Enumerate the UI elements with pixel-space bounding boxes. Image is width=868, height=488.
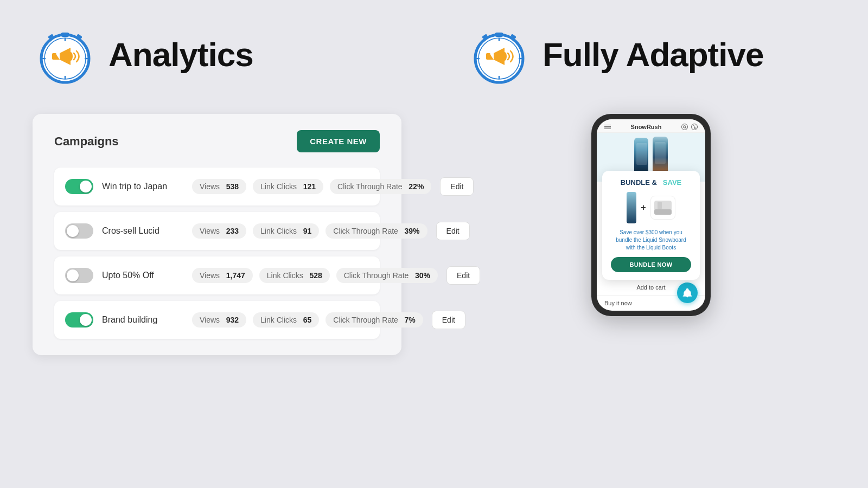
views-pill-3: Views 932	[192, 312, 246, 328]
ctr-pill-0: Click Through Rate 22%	[330, 179, 431, 194]
campaign-stats-2: Views 1,747 Link Clicks 528 Click Throug…	[192, 268, 438, 283]
clicks-pill-1: Link Clicks 91	[253, 223, 319, 239]
clicks-pill-0: Link Clicks 121	[253, 179, 323, 194]
views-pill-2: Views 1,747	[192, 268, 253, 283]
phone-wrapper: SnowRush	[467, 114, 835, 316]
store-name: SnowRush	[611, 124, 681, 130]
phone-frame: SnowRush	[591, 114, 711, 316]
ctr-pill-1: Click Through Rate 39%	[326, 223, 427, 239]
popup-snowboard-icon	[627, 192, 636, 223]
analytics-logo-icon	[33, 22, 98, 87]
left-brand-header: Analytics	[33, 22, 401, 87]
svg-point-24	[683, 125, 685, 127]
campaign-name-1: Cros-sell Lucid	[102, 226, 183, 236]
clicks-pill-3: Link Clicks 65	[253, 312, 319, 328]
fully-adaptive-title: Fully Adaptive	[542, 35, 763, 74]
views-pill-0: Views 538	[192, 179, 246, 194]
buy-now-bar: Buy it now	[597, 296, 705, 311]
notification-bell-button[interactable]	[677, 282, 698, 303]
campaign-row: Win trip to Japan Views 538 Link Clicks …	[54, 168, 380, 206]
svg-rect-14	[495, 33, 503, 37]
svg-rect-23	[486, 53, 490, 60]
bundle-now-button[interactable]: BUNDLE NOW	[611, 257, 691, 272]
phone-screen: SnowRush	[597, 119, 705, 311]
fully-adaptive-logo-icon	[467, 22, 532, 87]
campaign-row: Brand building Views 932 Link Clicks 65 …	[54, 301, 380, 339]
svg-rect-11	[52, 53, 56, 60]
right-section: Fully Adaptive SnowRush	[434, 0, 868, 488]
campaign-stats-3: Views 932 Link Clicks 65 Click Through R…	[192, 312, 423, 328]
svg-rect-2	[61, 33, 69, 37]
ctr-pill-2: Click Through Rate 30%	[336, 268, 438, 283]
buy-now-label[interactable]: Buy it now	[604, 300, 632, 306]
right-brand-header: Fully Adaptive	[467, 22, 835, 87]
campaign-row: Cros-sell Lucid Views 233 Link Clicks 91…	[54, 212, 380, 250]
left-section: Analytics Campaigns CREATE NEW Win trip …	[0, 0, 434, 488]
svg-point-10	[68, 52, 73, 61]
popup-description: Save over $300 when you bundle the Liqui…	[611, 229, 691, 252]
bundle-popup: BUNDLE & SAVE +	[602, 171, 700, 280]
campaign-row: Upto 50% Off Views 1,747 Link Clicks 528…	[54, 256, 380, 294]
svg-line-25	[685, 127, 686, 129]
campaign-name-0: Win trip to Japan	[102, 182, 183, 191]
campaign-toggle-2[interactable]	[65, 268, 93, 283]
plus-icon: +	[641, 203, 646, 213]
popup-products: +	[611, 192, 691, 223]
analytics-title: Analytics	[108, 35, 253, 74]
campaign-toggle-0[interactable]	[65, 179, 93, 194]
create-new-button[interactable]: CREATE NEW	[297, 130, 380, 152]
campaign-name-3: Brand building	[102, 315, 183, 325]
campaign-stats-0: Views 538 Link Clicks 121 Click Through …	[192, 179, 431, 194]
phone-statusbar: SnowRush	[597, 119, 705, 133]
campaigns-header: Campaigns CREATE NEW	[54, 130, 380, 152]
campaign-stats-1: Views 233 Link Clicks 91 Click Through R…	[192, 223, 427, 239]
svg-rect-29	[654, 209, 672, 215]
svg-point-26	[694, 128, 694, 129]
ctr-pill-3: Click Through Rate 7%	[326, 312, 423, 328]
cart-icon	[691, 124, 698, 130]
campaign-toggle-1[interactable]	[65, 223, 93, 239]
popup-boot-icon	[650, 196, 675, 220]
svg-point-22	[502, 52, 507, 61]
hamburger-icon	[604, 125, 611, 130]
clicks-pill-2: Link Clicks 528	[259, 268, 330, 283]
search-icon	[681, 124, 688, 130]
svg-rect-30	[658, 202, 662, 209]
campaigns-panel: Campaigns CREATE NEW Win trip to Japan V…	[33, 114, 401, 355]
campaign-toggle-3[interactable]	[65, 312, 93, 328]
bundle-title: BUNDLE & SAVE	[611, 178, 691, 187]
views-pill-1: Views 233	[192, 223, 246, 239]
campaign-name-2: Upto 50% Off	[102, 271, 183, 280]
phone-header-icons	[681, 124, 698, 130]
svg-point-27	[695, 128, 695, 129]
campaigns-title: Campaigns	[54, 134, 119, 149]
